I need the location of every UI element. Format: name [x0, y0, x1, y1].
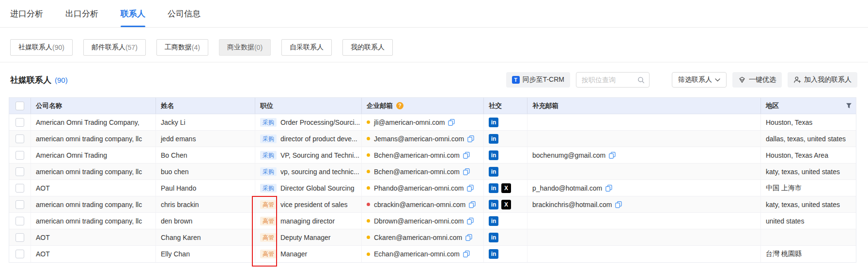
- x-twitter-icon[interactable]: X: [501, 183, 511, 193]
- email-status-dot: [367, 253, 370, 256]
- table-row: american omni trading company, llc den b…: [9, 213, 856, 229]
- header-company: 公司名称: [31, 98, 156, 114]
- copy-icon[interactable]: [609, 152, 616, 159]
- role-tag: 高管: [260, 250, 277, 258]
- row-checkbox[interactable]: [16, 184, 24, 193]
- email-text: Jemans@american-omni.com: [374, 135, 464, 143]
- linkedin-icon[interactable]: in: [489, 216, 498, 226]
- row-checkbox[interactable]: [16, 118, 24, 127]
- copy-icon[interactable]: [469, 201, 476, 208]
- help-icon[interactable]: ?: [396, 102, 403, 109]
- email-status-dot: [367, 153, 370, 157]
- add-label: 加入我的联系人: [804, 75, 852, 84]
- linkedin-icon[interactable]: in: [489, 183, 498, 193]
- table-row: american omni trading company, llc chris…: [9, 196, 856, 213]
- email-status-dot: [367, 170, 370, 173]
- tab-contacts[interactable]: 联系人: [121, 0, 145, 27]
- email-cell: Dbrown@american-omni.com: [362, 213, 484, 229]
- chip-email-contacts[interactable]: 邮件联系人(57): [83, 39, 146, 56]
- copy-icon[interactable]: [467, 185, 474, 192]
- contact-source-chips: 社媒联系人(90) 邮件联系人(57) 工商数据(4) 商业数据(0) 自采联系…: [0, 28, 868, 56]
- row-checkbox[interactable]: [16, 200, 24, 209]
- chip-label: 商业数据: [227, 43, 254, 52]
- company-cell: American Omni Trading: [31, 147, 156, 163]
- company-cell: american omni trading company, llc: [31, 131, 156, 147]
- linkedin-icon[interactable]: in: [489, 233, 498, 242]
- social-cell: in X: [484, 196, 527, 212]
- tab-company-info[interactable]: 公司信息: [168, 0, 201, 27]
- email-cell: Echan@american-omni.com: [362, 246, 484, 262]
- region-cell: united states: [761, 213, 857, 229]
- role-tag: 采购: [260, 118, 277, 127]
- company-cell: AOT: [31, 229, 156, 245]
- section-title-text: 社媒联系人: [10, 74, 51, 86]
- filter-funnel-icon[interactable]: [846, 103, 852, 109]
- chip-commercial-data[interactable]: 商业数据(0): [219, 39, 271, 56]
- copy-icon[interactable]: [467, 218, 474, 224]
- position-cell: 采购 Director Global Sourcing: [255, 180, 362, 196]
- role-tag: 采购: [260, 184, 277, 193]
- copy-icon[interactable]: [463, 168, 470, 175]
- search-icon[interactable]: [637, 76, 645, 84]
- one-click-optimize-button[interactable]: 一键优选: [732, 72, 782, 88]
- linkedin-icon[interactable]: in: [489, 134, 498, 144]
- table-row: american omni trading company, llc jedd …: [9, 131, 856, 147]
- position-text: Deputy Manager: [280, 234, 331, 241]
- email-cell: Jemans@american-omni.com: [362, 131, 484, 147]
- chip-count: (57): [125, 44, 138, 51]
- tab-export-analysis[interactable]: 出口分析: [65, 0, 98, 27]
- social-cell: in: [484, 131, 527, 147]
- extra-email-cell: [527, 229, 761, 245]
- tab-import-analysis[interactable]: 进口分析: [10, 0, 43, 27]
- position-text: Order Processing/Sourci...: [280, 119, 360, 126]
- copy-icon[interactable]: [605, 185, 612, 192]
- position-cell: 高管 Manager: [255, 246, 362, 262]
- contacts-table: 公司名称 姓名 职位 企业邮箱 ? 社交 补充邮箱 地区 American Om…: [9, 97, 856, 263]
- chip-business-registry[interactable]: 工商数据(4): [156, 39, 208, 56]
- select-all-checkbox[interactable]: [16, 102, 24, 110]
- table-row: AOT Paul Hando 采购 Director Global Sourci…: [9, 180, 856, 196]
- email-cell: Bchen@american-omni.com: [362, 164, 484, 179]
- add-to-my-contacts-button[interactable]: 加入我的联系人: [788, 72, 857, 88]
- chip-self-collected[interactable]: 自采联系人: [281, 39, 332, 56]
- linkedin-icon[interactable]: in: [489, 167, 498, 177]
- row-checkbox[interactable]: [16, 167, 24, 176]
- extra-email-cell: [527, 114, 761, 130]
- search-input[interactable]: [581, 75, 637, 84]
- role-tag: 采购: [260, 151, 277, 160]
- extra-email-text: brackinchris@hotmail.com: [532, 201, 612, 208]
- email-status-dot: [367, 203, 370, 206]
- section-count: (90): [55, 76, 68, 84]
- row-checkbox[interactable]: [16, 250, 24, 258]
- copy-icon[interactable]: [467, 135, 474, 142]
- chip-social-contacts[interactable]: 社媒联系人(90): [10, 39, 73, 56]
- row-checkbox[interactable]: [16, 151, 24, 160]
- linkedin-icon[interactable]: in: [489, 118, 498, 127]
- email-status-dot: [367, 236, 370, 239]
- region-cell: [761, 229, 857, 245]
- copy-icon[interactable]: [463, 251, 470, 257]
- row-checkbox[interactable]: [16, 217, 24, 225]
- filter-contacts-dropdown[interactable]: 筛选联系人: [672, 72, 727, 88]
- position-text: vp, sourcing and technic...: [280, 168, 359, 176]
- header-region: 地区: [761, 98, 857, 114]
- extra-email-cell: [527, 131, 761, 147]
- person-add-icon: [793, 76, 801, 84]
- sync-to-tcrm-button[interactable]: T 同步至T-CRM: [506, 72, 570, 88]
- header-email-label: 企业邮箱: [367, 102, 393, 110]
- row-checkbox[interactable]: [16, 233, 24, 242]
- row-checkbox[interactable]: [16, 134, 24, 143]
- linkedin-icon[interactable]: in: [489, 200, 498, 209]
- email-text: Dbrown@american-omni.com: [374, 217, 464, 225]
- linkedin-icon[interactable]: in: [489, 249, 498, 259]
- x-twitter-icon[interactable]: X: [501, 200, 511, 209]
- copy-icon[interactable]: [463, 152, 470, 159]
- copy-icon[interactable]: [448, 119, 455, 126]
- chip-label: 邮件联系人: [92, 43, 125, 52]
- name-cell: den brown: [156, 213, 255, 229]
- linkedin-icon[interactable]: in: [489, 150, 498, 160]
- copy-icon[interactable]: [615, 201, 622, 208]
- copy-icon[interactable]: [465, 234, 472, 241]
- table-row: American Omni Trading Bo Chen 采购 VP, Sou…: [9, 147, 856, 164]
- chip-my-contacts[interactable]: 我的联系人: [342, 39, 393, 56]
